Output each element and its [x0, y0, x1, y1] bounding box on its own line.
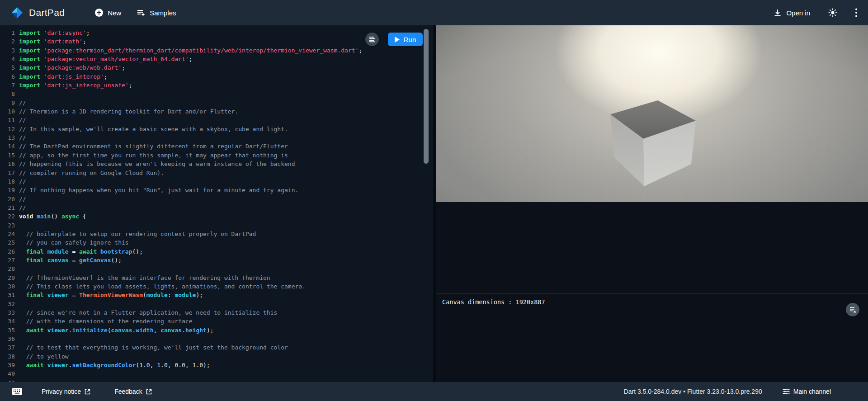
app-header: DartPad New Samples Open in	[0, 0, 868, 25]
line-number: 25	[3, 238, 15, 247]
code-line[interactable]: 27 final canvas = getCanvas();	[3, 256, 433, 264]
plus-circle-icon	[94, 8, 104, 17]
line-number: 29	[3, 274, 15, 282]
render-canvas-3d-scene	[436, 25, 868, 202]
open-in-button[interactable]: Open in	[769, 5, 814, 20]
line-number: 11	[3, 116, 15, 124]
samples-button[interactable]: Samples	[133, 5, 179, 20]
line-number: 4	[3, 55, 15, 63]
app-footer: Privacy notice Feedback Dart 3.5.0-284.0…	[0, 382, 868, 401]
line-number: 23	[3, 221, 15, 230]
code-line[interactable]: 5import 'package:web/web.dart';	[3, 63, 433, 72]
overflow-menu-button[interactable]	[848, 5, 864, 21]
code-line[interactable]: 16// happening (this is because we aren'…	[3, 160, 433, 168]
code-line[interactable]: 23	[3, 221, 433, 230]
samples-button-label: Samples	[150, 9, 176, 17]
code-line[interactable]: 28	[3, 264, 433, 273]
external-link-icon	[146, 388, 152, 395]
line-number: 39	[3, 361, 15, 369]
line-number: 38	[3, 352, 15, 361]
line-number: 3	[3, 46, 15, 55]
feedback-link[interactable]: Feedback	[112, 387, 155, 396]
code-line[interactable]: 19// If nothing happens when you hit "Ru…	[3, 186, 433, 194]
line-number: 18	[3, 177, 15, 186]
line-number: 37	[3, 343, 15, 352]
version-text: Dart 3.5.0-284.0.dev • Flutter 3.23.0-13…	[624, 388, 762, 395]
code-line[interactable]: 9//	[3, 99, 433, 107]
code-line[interactable]: 34 // with the dimensions of the renderi…	[3, 317, 433, 326]
line-number: 30	[3, 282, 15, 291]
code-line[interactable]: 14// The DartPad environment is slightly…	[3, 142, 433, 151]
new-button[interactable]: New	[91, 5, 125, 20]
line-number: 26	[3, 247, 15, 256]
external-link-icon	[84, 388, 91, 395]
format-button[interactable]	[365, 33, 379, 46]
console-output: Canvas dimensions : 868x401	[442, 298, 545, 306]
panel-divider[interactable]	[433, 25, 436, 382]
line-number: 22	[3, 212, 15, 221]
tune-icon	[782, 387, 790, 396]
line-number: 17	[3, 169, 15, 177]
line-number: 27	[3, 256, 15, 264]
code-line[interactable]: 25 // you can safely ignore this	[3, 238, 433, 247]
code-line[interactable]: 10// Thermion is a 3D rendering toolkit …	[3, 107, 433, 116]
line-number: 21	[3, 203, 15, 212]
code-area[interactable]: 1import 'dart:async';2import 'dart:math'…	[0, 25, 433, 382]
line-number: 19	[3, 186, 15, 194]
code-line[interactable]: 8	[3, 90, 433, 98]
code-line[interactable]: 15// app, so the first time you run this…	[3, 151, 433, 160]
code-line[interactable]: 24 // boilerplate to setup our rendering…	[3, 230, 433, 238]
clear-console-button[interactable]	[846, 303, 859, 316]
code-line[interactable]: 31 final viewer = ThermionViewerWasm(mod…	[3, 291, 433, 299]
line-number: 8	[3, 90, 15, 98]
clear-console-icon	[849, 306, 856, 313]
download-icon	[773, 8, 782, 17]
code-line[interactable]: 26 final module = await bootstrap();	[3, 247, 433, 256]
line-number: 13	[3, 133, 15, 142]
privacy-notice-label: Privacy notice	[42, 388, 81, 395]
code-line[interactable]: 13//	[3, 133, 433, 142]
line-number: 32	[3, 300, 15, 308]
code-line[interactable]: 20//	[3, 195, 433, 203]
open-in-label: Open in	[786, 9, 810, 17]
editor-scrollbar[interactable]	[424, 29, 429, 164]
kebab-menu-icon	[855, 8, 858, 18]
code-line[interactable]: 21//	[3, 203, 433, 212]
code-line[interactable]: 32	[3, 300, 433, 308]
cube-3d	[436, 25, 868, 202]
channel-selector-button[interactable]: Main channel	[779, 387, 834, 396]
code-line[interactable]: 3import 'package:thermion_dart/thermion_…	[3, 46, 433, 55]
code-editor-panel: 1import 'dart:async';2import 'dart:math'…	[0, 25, 433, 382]
code-line[interactable]: 39 await viewer.setBackgroundColor(1.0, …	[3, 361, 433, 369]
code-line[interactable]: 41	[3, 378, 433, 382]
playlist-add-icon	[137, 8, 146, 17]
line-number: 1	[3, 28, 15, 37]
code-line[interactable]: 6import 'dart:js_interop';	[3, 72, 433, 81]
code-line[interactable]: 29 // [ThermionViewer] is the main inter…	[3, 274, 433, 282]
code-line[interactable]: 36	[3, 335, 433, 343]
code-line[interactable]: 30 // This class lets you load assets, l…	[3, 282, 433, 291]
dartpad-logo-icon	[11, 6, 24, 19]
code-line[interactable]: 37 // to test that everything is working…	[3, 343, 433, 352]
line-number: 24	[3, 230, 15, 238]
line-number: 40	[3, 369, 15, 378]
line-number: 41	[3, 378, 15, 382]
code-line[interactable]: 7import 'dart:js_interop_unsafe';	[3, 81, 433, 90]
privacy-notice-link[interactable]: Privacy notice	[39, 387, 94, 396]
code-line[interactable]: 12// In this sample, we'll create a basi…	[3, 125, 433, 133]
code-line[interactable]: 38 // to yellow	[3, 352, 433, 361]
code-line[interactable]: 17// compiler running on Google Cloud Ru…	[3, 169, 433, 177]
code-line[interactable]: 11//	[3, 116, 433, 124]
code-line[interactable]: 40	[3, 369, 433, 378]
code-line[interactable]: 18//	[3, 177, 433, 186]
code-line[interactable]: 33 // since we're not in a Flutter appli…	[3, 308, 433, 317]
run-button[interactable]: Run	[388, 33, 423, 46]
keyboard-shortcuts-button[interactable]	[11, 387, 24, 396]
code-line[interactable]: 4import 'package:vector_math/vector_math…	[3, 55, 433, 63]
code-line[interactable]: 22void main() async {	[3, 212, 433, 221]
code-line[interactable]: 35 await viewer.initialize(canvas.width,…	[3, 326, 433, 335]
line-number: 2	[3, 37, 15, 46]
theme-toggle-button[interactable]	[825, 5, 841, 21]
keyboard-icon	[12, 387, 23, 396]
line-number: 34	[3, 317, 15, 326]
